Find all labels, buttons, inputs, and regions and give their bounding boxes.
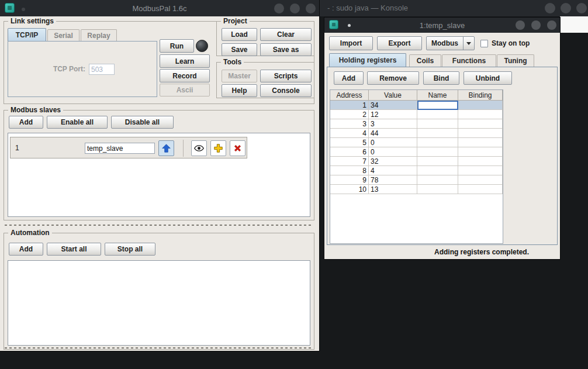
tcp-port-label: TCP Port: xyxy=(29,64,85,75)
tab-holding-registers[interactable]: Holding registers xyxy=(329,53,406,67)
tab-functions[interactable]: Functions xyxy=(442,54,496,67)
bind-button[interactable]: Bind xyxy=(423,71,459,85)
cell-value[interactable]: 0 xyxy=(369,147,417,157)
header-cell-binding[interactable]: Binding xyxy=(458,90,503,101)
slave-enable-toggle[interactable] xyxy=(158,140,174,156)
cell-binding[interactable] xyxy=(458,166,503,175)
cell-address[interactable]: 10 xyxy=(330,185,369,194)
cell-binding[interactable] xyxy=(458,147,503,157)
cell-value[interactable]: 0 xyxy=(369,138,417,147)
cell-address[interactable]: 5 xyxy=(330,138,369,147)
tab-serial[interactable]: Serial xyxy=(47,29,79,41)
slave-dialog-titlebar[interactable]: 1:temp_slave xyxy=(324,18,560,33)
cell-binding[interactable] xyxy=(458,138,503,147)
window-button-maximize[interactable] xyxy=(561,3,571,13)
window-bottom-dashes xyxy=(5,347,313,349)
split-pane-divider[interactable] xyxy=(5,225,313,226)
help-button[interactable]: Help xyxy=(222,84,257,97)
tab-replay[interactable]: Replay xyxy=(81,29,117,41)
disable-all-button[interactable]: Disable all xyxy=(111,116,174,129)
cell-name[interactable] xyxy=(417,147,458,157)
cell-address[interactable]: 1 xyxy=(330,101,369,110)
save-as-button[interactable]: Save as xyxy=(260,43,312,56)
load-button[interactable]: Load xyxy=(222,28,257,41)
window-button-close[interactable] xyxy=(306,4,316,13)
enable-all-button[interactable]: Enable all xyxy=(47,116,108,129)
stop-all-button[interactable]: Stop all xyxy=(105,243,155,256)
remove-register-button[interactable]: Remove xyxy=(367,71,419,85)
unbind-button[interactable]: Unbind xyxy=(464,71,512,85)
add-slave-button[interactable]: Add xyxy=(9,116,43,129)
header-cell-name[interactable]: Name xyxy=(417,90,458,101)
cell-binding[interactable] xyxy=(458,119,503,129)
cell-address[interactable]: 4 xyxy=(330,129,369,138)
cell-name[interactable] xyxy=(417,129,458,138)
start-all-button[interactable]: Start all xyxy=(47,243,101,256)
cell-binding[interactable] xyxy=(458,157,503,166)
window-button-maximize[interactable] xyxy=(531,20,541,30)
stay-on-top-checkbox[interactable] xyxy=(480,40,488,47)
cell-name[interactable] xyxy=(417,138,458,147)
modbuspal-titlebar[interactable]: ModbusPal 1.6c xyxy=(0,0,319,16)
cell-name[interactable] xyxy=(417,175,458,185)
konsole-title: - : sudo java — Konsole xyxy=(327,4,408,12)
slave-add-automation-button[interactable] xyxy=(210,140,226,156)
cell-address[interactable]: 6 xyxy=(330,147,369,157)
modbuspal-app-icon xyxy=(5,3,15,13)
window-button-maximize[interactable] xyxy=(290,4,300,13)
cell-address[interactable]: 8 xyxy=(330,166,369,175)
scripts-button[interactable]: Scripts xyxy=(260,70,312,82)
save-button[interactable]: Save xyxy=(222,43,257,56)
modbus-mode-select[interactable]: Modbus xyxy=(426,36,475,50)
tab-tcpip[interactable]: TCP/IP xyxy=(8,28,46,41)
cell-name[interactable] xyxy=(417,166,458,175)
header-cell-value[interactable]: Value xyxy=(369,90,417,101)
cell-binding[interactable] xyxy=(458,185,503,194)
cell-value[interactable]: 34 xyxy=(369,101,417,110)
record-button[interactable]: Record xyxy=(160,69,210,82)
import-button[interactable]: Import xyxy=(329,36,373,50)
add-register-button[interactable]: Add xyxy=(334,71,364,85)
header-cell-address[interactable]: Address xyxy=(330,90,369,101)
cell-name[interactable] xyxy=(417,101,458,110)
cell-name[interactable] xyxy=(417,157,458,166)
cell-name[interactable] xyxy=(417,185,458,194)
console-button[interactable]: Console xyxy=(260,84,312,97)
cell-binding[interactable] xyxy=(458,129,503,138)
cell-binding[interactable] xyxy=(458,175,503,185)
slave-show-panel-button[interactable] xyxy=(191,140,207,156)
window-button-close[interactable] xyxy=(576,3,587,13)
cell-value[interactable]: 4 xyxy=(369,166,417,175)
konsole-titlebar[interactable]: - : sudo java — Konsole xyxy=(319,0,588,16)
tab-tuning[interactable]: Tuning xyxy=(497,54,534,67)
cell-name[interactable] xyxy=(417,119,458,129)
cell-address[interactable]: 3 xyxy=(330,119,369,129)
learn-button[interactable]: Learn xyxy=(160,54,210,68)
window-button-minimize[interactable] xyxy=(516,20,525,30)
cell-value[interactable]: 13 xyxy=(369,185,417,194)
combo-dropdown-button[interactable] xyxy=(463,37,474,50)
run-button[interactable]: Run xyxy=(160,39,194,53)
tools-group: Tools Master Scripts Help Console xyxy=(216,62,314,98)
cell-name[interactable] xyxy=(417,110,458,119)
window-button-minimize[interactable] xyxy=(274,4,284,13)
slave-delete-button[interactable] xyxy=(230,140,245,156)
cell-address[interactable]: 7 xyxy=(330,157,369,166)
cell-binding[interactable] xyxy=(458,110,503,119)
clear-button[interactable]: Clear xyxy=(260,28,312,41)
cell-address[interactable]: 2 xyxy=(330,110,369,119)
window-button-close[interactable] xyxy=(547,20,556,30)
automation-group: Automation Add Start all Stop all xyxy=(4,233,314,350)
cell-value[interactable]: 78 xyxy=(369,175,417,185)
add-automation-button[interactable]: Add xyxy=(9,243,43,256)
window-button-minimize[interactable] xyxy=(545,3,555,13)
cell-value[interactable]: 44 xyxy=(369,129,417,138)
cell-value[interactable]: 12 xyxy=(369,110,417,119)
cell-address[interactable]: 9 xyxy=(330,175,369,185)
cell-value[interactable]: 3 xyxy=(369,119,417,129)
cell-binding[interactable] xyxy=(458,101,503,110)
export-button[interactable]: Export xyxy=(377,36,422,50)
slave-name-field[interactable] xyxy=(85,143,155,154)
tab-coils[interactable]: Coils xyxy=(409,54,441,67)
cell-value[interactable]: 32 xyxy=(369,157,417,166)
